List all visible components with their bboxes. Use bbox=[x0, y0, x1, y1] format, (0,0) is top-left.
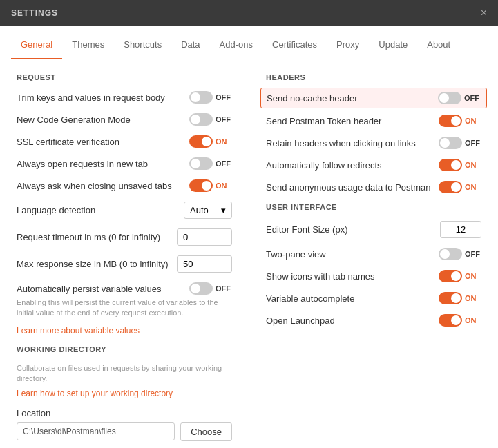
working-dir-description: Collaborate on files used in requests by… bbox=[17, 363, 232, 384]
toggle-trim-keys[interactable]: OFF bbox=[189, 91, 232, 104]
setting-label: SSL certificate verification bbox=[17, 137, 189, 147]
setting-autocomplete: Variable autocomplete ON bbox=[266, 292, 481, 304]
toggle-track[interactable] bbox=[439, 292, 462, 304]
toggle-track[interactable] bbox=[439, 115, 462, 127]
toggle-track[interactable] bbox=[439, 270, 462, 282]
setting-label: Editor Font Size (px) bbox=[266, 224, 440, 235]
working-directory-section: WORKING DIRECTORY Collaborate on files u… bbox=[17, 345, 232, 441]
toggle-track[interactable] bbox=[189, 157, 213, 170]
highlighted-row: Send no-cache header OFF bbox=[260, 88, 487, 108]
location-input[interactable] bbox=[17, 422, 175, 440]
toggle-knob bbox=[451, 182, 461, 192]
location-row: Choose bbox=[17, 422, 232, 441]
setting-anon-usage: Send anonymous usage data to Postman ON bbox=[266, 181, 481, 193]
setting-label: Send no-cache header bbox=[267, 93, 438, 104]
tab-proxy[interactable]: Proxy bbox=[327, 31, 369, 59]
setting-trim-keys: Trim keys and values in request body OFF bbox=[17, 91, 232, 104]
toggle-persist-vars[interactable]: OFF bbox=[189, 282, 232, 295]
setting-closing-tabs: Always ask when closing unsaved tabs ON bbox=[17, 179, 232, 192]
toggle-knob bbox=[439, 93, 449, 103]
setting-label: Always open requests in new tab bbox=[17, 159, 189, 169]
toggle-state: ON bbox=[465, 183, 481, 191]
setting-label: Language detection bbox=[17, 205, 184, 215]
setting-label: Variable autocomplete bbox=[266, 293, 439, 304]
settings-modal: SETTINGS × General Themes Shortcuts Data… bbox=[0, 0, 498, 448]
toggle-knob bbox=[191, 159, 200, 168]
tab-bar: General Themes Shortcuts Data Add-ons Ce… bbox=[0, 26, 498, 59]
setting-label: Max response size in MB (0 to infinity) bbox=[17, 259, 177, 269]
toggle-track[interactable] bbox=[439, 181, 462, 193]
toggle-track[interactable] bbox=[189, 91, 213, 104]
setting-launchpad: Open Launchpad ON bbox=[266, 314, 481, 327]
toggle-state: ON bbox=[465, 161, 481, 169]
close-button[interactable]: × bbox=[481, 7, 487, 19]
tab-shortcuts[interactable]: Shortcuts bbox=[114, 31, 171, 59]
toggle-auto-redirects[interactable]: ON bbox=[439, 159, 481, 171]
timeout-input[interactable] bbox=[177, 228, 232, 246]
toggle-track[interactable] bbox=[439, 137, 462, 149]
language-dropdown[interactable]: Auto ▾ bbox=[184, 202, 232, 219]
tab-general[interactable]: General bbox=[11, 31, 62, 59]
toggle-no-cache[interactable]: OFF bbox=[438, 92, 481, 104]
toggle-closing-tabs[interactable]: ON bbox=[189, 179, 232, 192]
setting-label: Automatically persist variable values bbox=[17, 284, 189, 294]
tab-about[interactable]: About bbox=[417, 31, 460, 59]
toggle-knob bbox=[440, 249, 450, 259]
toggle-code-gen[interactable]: OFF bbox=[189, 113, 232, 126]
font-size-input[interactable] bbox=[440, 221, 481, 238]
toggle-two-pane[interactable]: OFF bbox=[439, 248, 481, 260]
tab-themes[interactable]: Themes bbox=[62, 31, 114, 59]
tab-data[interactable]: Data bbox=[171, 31, 209, 59]
toggle-retain-headers[interactable]: OFF bbox=[439, 137, 481, 149]
setting-label: Request timeout in ms (0 for infinity) bbox=[17, 232, 177, 242]
toggle-ssl[interactable]: ON bbox=[189, 135, 232, 148]
setting-label: Open Launchpad bbox=[266, 315, 439, 326]
learn-variable-values-link[interactable]: Learn more about variable values bbox=[17, 326, 232, 335]
choose-button[interactable]: Choose bbox=[180, 422, 232, 441]
working-dir-link[interactable]: Learn how to set up your working directo… bbox=[17, 389, 232, 398]
toggle-state: OFF bbox=[216, 159, 232, 168]
main-content: REQUEST Trim keys and values in request … bbox=[0, 59, 498, 448]
tab-addons[interactable]: Add-ons bbox=[210, 31, 262, 59]
toggle-icons-tab[interactable]: ON bbox=[439, 270, 481, 282]
toggle-track[interactable] bbox=[189, 135, 213, 148]
toggle-state: ON bbox=[465, 316, 481, 324]
headers-section-title: HEADERS bbox=[266, 73, 481, 81]
response-size-input[interactable] bbox=[177, 255, 232, 273]
setting-no-cache: Send no-cache header OFF bbox=[266, 88, 481, 108]
setting-postman-token: Send Postman Token header ON bbox=[266, 115, 481, 127]
toggle-track[interactable] bbox=[439, 314, 462, 327]
setting-font-size: Editor Font Size (px) bbox=[266, 221, 481, 238]
toggle-state: ON bbox=[216, 182, 232, 190]
setting-label: Send anonymous usage data to Postman bbox=[266, 182, 439, 193]
toggle-state: OFF bbox=[465, 139, 481, 147]
toggle-state: ON bbox=[465, 272, 481, 280]
tab-update[interactable]: Update bbox=[369, 31, 417, 59]
toggle-open-tab[interactable]: OFF bbox=[189, 157, 232, 170]
toggle-knob bbox=[451, 271, 461, 281]
modal-title: SETTINGS bbox=[11, 8, 58, 18]
toggle-autocomplete[interactable]: ON bbox=[439, 292, 481, 304]
toggle-knob bbox=[191, 115, 200, 124]
toggle-track[interactable] bbox=[439, 248, 462, 260]
setting-language-detection: Language detection Auto ▾ bbox=[17, 202, 232, 219]
toggle-knob bbox=[451, 116, 461, 126]
dropdown-value: Auto bbox=[190, 205, 209, 215]
toggle-track[interactable] bbox=[189, 113, 213, 126]
toggle-knob bbox=[440, 138, 450, 148]
toggle-track[interactable] bbox=[439, 159, 462, 171]
setting-timeout: Request timeout in ms (0 for infinity) bbox=[17, 228, 232, 246]
toggle-knob bbox=[451, 160, 461, 170]
setting-response-size: Max response size in MB (0 to infinity) bbox=[17, 255, 232, 273]
toggle-anon-usage[interactable]: ON bbox=[439, 181, 481, 193]
toggle-track[interactable] bbox=[189, 179, 213, 192]
toggle-track[interactable] bbox=[189, 282, 213, 295]
toggle-state: OFF bbox=[465, 250, 481, 258]
toggle-knob bbox=[202, 137, 211, 146]
toggle-postman-token[interactable]: ON bbox=[439, 115, 481, 127]
toggle-knob bbox=[191, 284, 200, 293]
toggle-track[interactable] bbox=[438, 92, 461, 104]
setting-label: Send Postman Token header bbox=[266, 116, 439, 126]
toggle-launchpad[interactable]: ON bbox=[439, 314, 481, 327]
tab-certificates[interactable]: Certificates bbox=[262, 31, 327, 59]
